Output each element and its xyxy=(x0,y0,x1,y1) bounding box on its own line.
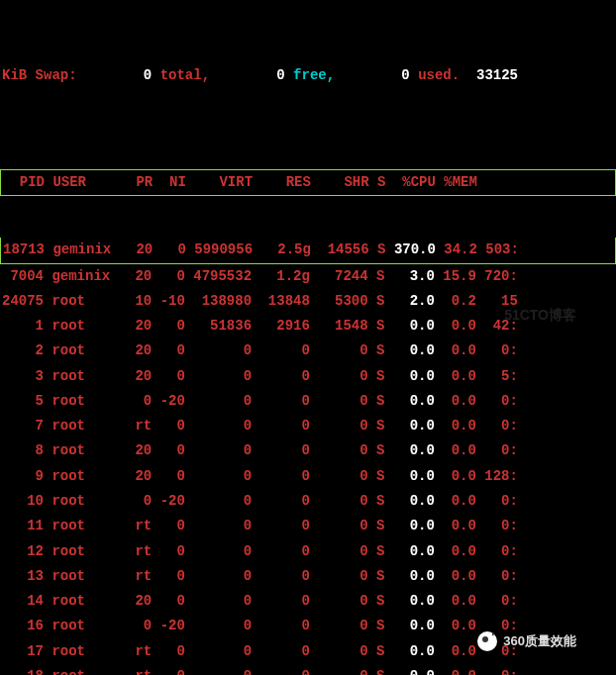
swap-label: KiB Swap: xyxy=(2,67,77,83)
table-row[interactable]: 14 root 20 0 0 0 0 S 0.0 0.0 0: xyxy=(0,589,616,614)
table-row[interactable]: 9 root 20 0 0 0 0 S 0.0 0.0 128: xyxy=(0,464,616,489)
swap-used-value: 0 xyxy=(401,67,409,83)
table-row[interactable]: 10 root 0 -20 0 0 0 S 0.0 0.0 0: xyxy=(0,489,616,514)
table-row[interactable]: 18713 geminix 20 0 5990956 2.5g 14556 S … xyxy=(0,238,616,263)
table-row[interactable]: 7 root rt 0 0 0 0 S 0.0 0.0 0: xyxy=(0,414,616,438)
table-row[interactable]: 24075 root 10 -10 138980 13848 5300 S 2.… xyxy=(0,289,616,314)
table-row[interactable]: 5 root 0 -20 0 0 0 S 0.0 0.0 0: xyxy=(0,389,616,414)
table-row[interactable]: 13 root rt 0 0 0 0 S 0.0 0.0 0: xyxy=(0,564,616,589)
table-row[interactable]: 8 root 20 0 0 0 0 S 0.0 0.0 0: xyxy=(0,438,616,463)
table-row[interactable]: 2 root 20 0 0 0 0 S 0.0 0.0 0: xyxy=(0,338,616,363)
swap-used-label: used. xyxy=(418,67,460,83)
table-row[interactable]: 1 root 20 0 51836 2916 1548 S 0.0 0.0 42… xyxy=(0,314,616,338)
swap-memory-line: KiB Swap: 0 total, 0 free, 0 used. 33125 xyxy=(0,63,616,87)
swap-free-label: free, xyxy=(293,67,335,83)
swap-total-value: 0 xyxy=(144,67,152,83)
process-table: PID USER PR NI VIRT RES SHR S %CPU %MEM … xyxy=(0,119,616,675)
swap-avail-value: 33125 xyxy=(476,67,518,83)
swap-total-label: total, xyxy=(160,67,210,83)
table-row[interactable]: 3 root 20 0 0 0 0 S 0.0 0.0 5: xyxy=(0,364,616,389)
table-row[interactable]: 12 root rt 0 0 0 0 S 0.0 0.0 0: xyxy=(0,539,616,564)
table-header-row: PID USER PR NI VIRT RES SHR S %CPU %MEM xyxy=(0,169,616,196)
table-row[interactable]: 16 root 0 -20 0 0 0 S 0.0 0.0 0: xyxy=(0,614,616,638)
table-row[interactable]: 18 root rt 0 0 0 0 S 0.0 0.0 0: xyxy=(0,664,616,675)
table-row[interactable]: 11 root rt 0 0 0 0 S 0.0 0.0 0: xyxy=(0,514,616,538)
table-row[interactable]: 17 root rt 0 0 0 0 S 0.0 0.0 0: xyxy=(0,639,616,664)
table-row[interactable]: 7004 geminix 20 0 4795532 1.2g 7244 S 3.… xyxy=(0,264,616,289)
swap-free-value: 0 xyxy=(276,67,284,83)
